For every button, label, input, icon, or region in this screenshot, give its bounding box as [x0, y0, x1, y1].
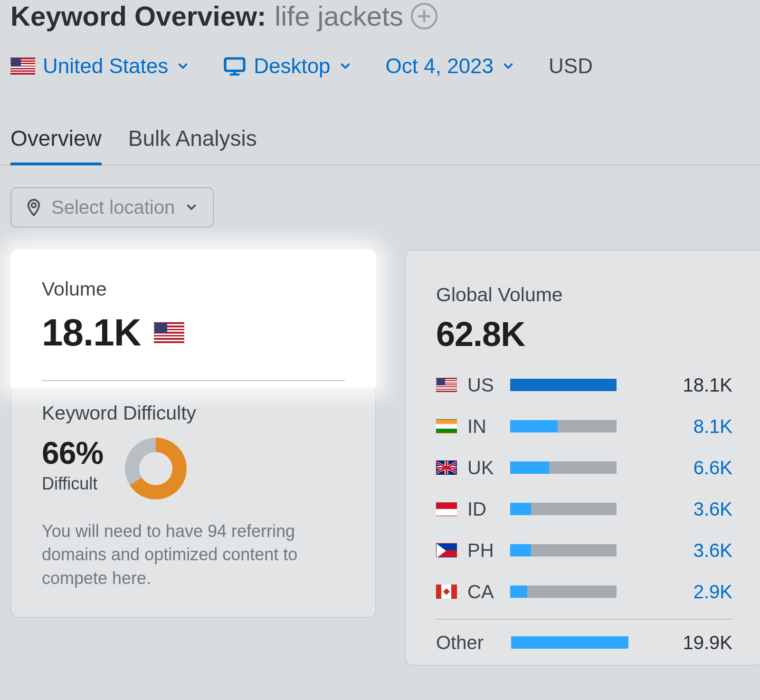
global-volume-value: 2.9K: [680, 581, 732, 603]
difficulty-description: You will need to have 94 referring domai…: [42, 519, 345, 590]
difficulty-label: Difficult: [42, 474, 103, 494]
tabs: Overview Bulk Analysis: [0, 125, 760, 165]
global-volume-bar: [510, 585, 617, 598]
chevron-down-icon: [338, 59, 352, 73]
global-volume-other-bar-fill: [511, 636, 628, 649]
currency-label: USD: [549, 54, 593, 78]
global-volume-bar-fill: [510, 503, 531, 515]
us-flag-icon: [10, 58, 35, 75]
date-filter[interactable]: Oct 4, 2023: [386, 54, 515, 78]
global-volume-value: 8.1K: [680, 416, 732, 437]
page-title: Keyword Overview:: [10, 1, 266, 31]
us-flag-icon: [436, 378, 457, 392]
global-volume-value: 3.6K: [680, 540, 732, 561]
add-keyword-button[interactable]: [411, 3, 437, 29]
chevron-down-icon: [176, 59, 190, 73]
keyword-value: life jackets: [275, 1, 403, 31]
country-filter[interactable]: United States: [10, 54, 190, 78]
global-volume-other-row: Other 19.9K: [436, 632, 732, 653]
global-volume-row-ca[interactable]: CA2.9K: [436, 581, 732, 603]
global-volume-cc: IN: [467, 416, 497, 437]
global-volume-bar-fill: [510, 544, 531, 556]
us-flag-icon: [154, 322, 184, 343]
country-filter-label: United States: [43, 54, 168, 78]
device-filter[interactable]: Desktop: [223, 54, 352, 78]
global-volume-row-id[interactable]: ID3.6K: [436, 499, 732, 520]
svg-rect-0: [225, 58, 244, 71]
global-volume-row-uk[interactable]: UK6.6K: [436, 457, 732, 479]
global-volume-bar: [510, 420, 617, 432]
global-volume-other-bar: [511, 636, 618, 649]
metrics-cards: Volume 18.1K Keyword Difficulty 66% Diff…: [0, 228, 760, 666]
global-volume-row-in[interactable]: IN8.1K: [436, 416, 732, 437]
desktop-icon: [223, 57, 246, 76]
global-volume-title: Global Volume: [436, 284, 732, 306]
global-volume-value: 62.8K: [436, 315, 732, 354]
volume-value-row: 18.1K: [42, 311, 345, 355]
plus-icon: [416, 8, 432, 24]
ph-flag-icon: [436, 543, 457, 557]
header: Keyword Overview: life jackets United St…: [0, 0, 760, 78]
location-pin-icon: [26, 198, 42, 217]
global-volume-divider: [436, 619, 732, 620]
global-volume-cc: UK: [467, 457, 497, 479]
global-volume-other-value: 19.9K: [680, 632, 732, 653]
global-volume-cc: CA: [467, 581, 497, 603]
global-volume-card: Global Volume 62.8K US18.1KIN8.1KUK6.6KI…: [405, 249, 760, 666]
svg-point-1: [31, 203, 36, 208]
volume-difficulty-card: Volume 18.1K Keyword Difficulty 66% Diff…: [10, 249, 376, 618]
uk-flag-icon: [436, 460, 457, 475]
difficulty-percent: 66%: [42, 435, 103, 471]
global-volume-row-us[interactable]: US18.1K: [436, 374, 732, 396]
global-volume-bar: [510, 503, 617, 515]
card-divider: [42, 380, 345, 381]
difficulty-title: Keyword Difficulty: [42, 402, 345, 424]
global-volume-row-ph[interactable]: PH3.6K: [436, 540, 732, 561]
date-filter-label: Oct 4, 2023: [386, 54, 494, 78]
page-title-row: Keyword Overview: life jackets: [10, 0, 750, 31]
location-select-placeholder: Select location: [51, 197, 175, 218]
global-volume-bar: [510, 461, 617, 474]
tab-overview[interactable]: Overview: [10, 125, 102, 164]
location-select[interactable]: Select location: [10, 187, 214, 228]
tab-bulk-analysis[interactable]: Bulk Analysis: [128, 125, 257, 164]
global-volume-bar: [510, 544, 617, 556]
volume-value: 18.1K: [42, 311, 141, 355]
location-select-wrap: Select location: [0, 165, 760, 228]
filters-row: United States Desktop Oct 4, 2023 USD: [10, 54, 750, 78]
global-volume-cc: US: [467, 374, 497, 396]
id-flag-icon: [436, 502, 457, 516]
global-volume-value: 18.1K: [680, 374, 732, 396]
in-flag-icon: [436, 419, 457, 433]
ca-flag-icon: [436, 585, 457, 599]
difficulty-donut-chart: [125, 438, 187, 499]
volume-title: Volume: [42, 278, 345, 300]
device-filter-label: Desktop: [254, 54, 330, 78]
global-volume-cc: PH: [467, 540, 497, 561]
global-volume-cc: ID: [467, 499, 497, 520]
chevron-down-icon: [184, 200, 199, 214]
global-volume-other-label: Other: [436, 632, 498, 653]
difficulty-row: 66% Difficult: [42, 435, 345, 499]
global-volume-bar-fill: [510, 420, 558, 432]
global-volume-value: 3.6K: [680, 499, 732, 520]
global-volume-bar-fill: [510, 461, 549, 474]
global-volume-bar-fill: [510, 585, 527, 598]
global-volume-bar-fill: [510, 379, 617, 391]
difficulty-text: 66% Difficult: [42, 435, 103, 494]
chevron-down-icon: [501, 59, 515, 73]
global-volume-bar: [510, 379, 617, 391]
global-volume-value: 6.6K: [680, 457, 732, 479]
global-volume-list: US18.1KIN8.1KUK6.6KID3.6KPH3.6KCA2.9K: [436, 374, 732, 603]
